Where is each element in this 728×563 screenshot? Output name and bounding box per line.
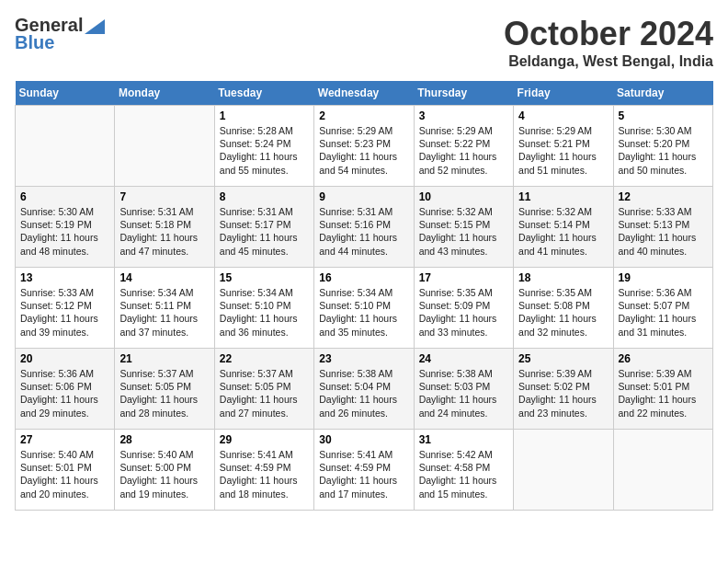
calendar-cell: 24Sunrise: 5:38 AMSunset: 5:03 PMDayligh… bbox=[414, 349, 513, 430]
day-info: Sunrise: 5:41 AMSunset: 4:59 PMDaylight:… bbox=[220, 448, 309, 500]
calendar-cell: 27Sunrise: 5:40 AMSunset: 5:01 PMDayligh… bbox=[16, 430, 115, 511]
day-info: Sunrise: 5:42 AMSunset: 4:58 PMDaylight:… bbox=[419, 448, 508, 500]
day-info: Sunrise: 5:29 AMSunset: 5:23 PMDaylight:… bbox=[319, 124, 408, 177]
calendar-cell: 1Sunrise: 5:28 AMSunset: 5:24 PMDaylight… bbox=[214, 106, 313, 187]
calendar-week-row: 27Sunrise: 5:40 AMSunset: 5:01 PMDayligh… bbox=[16, 430, 713, 511]
day-info: Sunrise: 5:30 AMSunset: 5:19 PMDaylight:… bbox=[20, 205, 109, 258]
day-info: Sunrise: 5:29 AMSunset: 5:21 PMDaylight:… bbox=[518, 124, 608, 177]
calendar-cell bbox=[115, 106, 214, 187]
day-number: 31 bbox=[419, 433, 508, 446]
calendar-week-row: 13Sunrise: 5:33 AMSunset: 5:12 PMDayligh… bbox=[16, 268, 713, 349]
day-number: 12 bbox=[619, 190, 708, 203]
calendar-cell: 12Sunrise: 5:33 AMSunset: 5:13 PMDayligh… bbox=[613, 187, 712, 268]
location: Beldanga, West Bengal, India bbox=[504, 53, 713, 70]
day-number: 4 bbox=[518, 109, 608, 122]
day-info: Sunrise: 5:40 AMSunset: 5:01 PMDaylight:… bbox=[20, 448, 109, 500]
day-info: Sunrise: 5:34 AMSunset: 5:10 PMDaylight:… bbox=[319, 286, 408, 339]
calendar-cell: 17Sunrise: 5:35 AMSunset: 5:09 PMDayligh… bbox=[414, 268, 513, 349]
day-info: Sunrise: 5:31 AMSunset: 5:16 PMDaylight:… bbox=[319, 205, 408, 258]
calendar-cell: 3Sunrise: 5:29 AMSunset: 5:22 PMDaylight… bbox=[414, 106, 513, 187]
calendar-cell: 14Sunrise: 5:34 AMSunset: 5:11 PMDayligh… bbox=[115, 268, 214, 349]
day-number: 5 bbox=[619, 109, 708, 122]
day-number: 19 bbox=[619, 271, 708, 284]
day-number: 20 bbox=[20, 352, 109, 365]
day-info: Sunrise: 5:34 AMSunset: 5:11 PMDaylight:… bbox=[119, 286, 209, 339]
calendar-cell: 15Sunrise: 5:34 AMSunset: 5:10 PMDayligh… bbox=[214, 268, 313, 349]
calendar-week-row: 6Sunrise: 5:30 AMSunset: 5:19 PMDaylight… bbox=[16, 187, 713, 268]
day-number: 26 bbox=[619, 352, 708, 365]
day-info: Sunrise: 5:33 AMSunset: 5:12 PMDaylight:… bbox=[20, 286, 109, 339]
day-number: 11 bbox=[518, 190, 608, 203]
day-number: 27 bbox=[20, 433, 109, 446]
day-of-week-header: Sunday bbox=[16, 81, 115, 106]
calendar-cell bbox=[514, 430, 613, 511]
day-info: Sunrise: 5:32 AMSunset: 5:14 PMDaylight:… bbox=[518, 205, 608, 258]
calendar-cell bbox=[613, 430, 712, 511]
calendar-cell: 29Sunrise: 5:41 AMSunset: 4:59 PMDayligh… bbox=[214, 430, 313, 511]
day-info: Sunrise: 5:36 AMSunset: 5:07 PMDaylight:… bbox=[619, 286, 708, 339]
day-number: 10 bbox=[419, 190, 508, 203]
day-number: 16 bbox=[319, 271, 408, 284]
day-number: 8 bbox=[220, 190, 309, 203]
day-number: 17 bbox=[419, 271, 508, 284]
day-info: Sunrise: 5:37 AMSunset: 5:05 PMDaylight:… bbox=[220, 367, 309, 419]
day-number: 23 bbox=[319, 352, 408, 365]
day-info: Sunrise: 5:38 AMSunset: 5:03 PMDaylight:… bbox=[419, 367, 508, 419]
day-number: 15 bbox=[220, 271, 309, 284]
calendar-table: SundayMondayTuesdayWednesdayThursdayFrid… bbox=[15, 81, 713, 511]
day-number: 14 bbox=[119, 271, 209, 284]
calendar-cell: 22Sunrise: 5:37 AMSunset: 5:05 PMDayligh… bbox=[214, 349, 313, 430]
calendar-cell: 8Sunrise: 5:31 AMSunset: 5:17 PMDaylight… bbox=[214, 187, 313, 268]
day-number: 3 bbox=[419, 109, 508, 122]
day-info: Sunrise: 5:35 AMSunset: 5:09 PMDaylight:… bbox=[419, 286, 508, 339]
day-of-week-header: Tuesday bbox=[214, 81, 313, 106]
day-number: 7 bbox=[119, 190, 209, 203]
day-info: Sunrise: 5:35 AMSunset: 5:08 PMDaylight:… bbox=[518, 286, 608, 339]
day-number: 28 bbox=[119, 433, 209, 446]
day-info: Sunrise: 5:29 AMSunset: 5:22 PMDaylight:… bbox=[419, 124, 508, 177]
logo: General Blue bbox=[15, 15, 105, 53]
page-header: General Blue October 2024 Beldanga, West… bbox=[15, 15, 713, 70]
day-info: Sunrise: 5:41 AMSunset: 4:59 PMDaylight:… bbox=[319, 448, 408, 500]
day-info: Sunrise: 5:34 AMSunset: 5:10 PMDaylight:… bbox=[220, 286, 309, 339]
day-number: 6 bbox=[20, 190, 109, 203]
calendar-cell: 25Sunrise: 5:39 AMSunset: 5:02 PMDayligh… bbox=[514, 349, 613, 430]
day-number: 25 bbox=[518, 352, 608, 365]
day-info: Sunrise: 5:39 AMSunset: 5:01 PMDaylight:… bbox=[619, 367, 708, 419]
day-info: Sunrise: 5:37 AMSunset: 5:05 PMDaylight:… bbox=[119, 367, 209, 419]
day-number: 18 bbox=[518, 271, 608, 284]
calendar-cell: 9Sunrise: 5:31 AMSunset: 5:16 PMDaylight… bbox=[314, 187, 414, 268]
calendar-cell bbox=[16, 106, 115, 187]
calendar-cell: 11Sunrise: 5:32 AMSunset: 5:14 PMDayligh… bbox=[514, 187, 613, 268]
calendar-cell: 21Sunrise: 5:37 AMSunset: 5:05 PMDayligh… bbox=[115, 349, 214, 430]
calendar-cell: 5Sunrise: 5:30 AMSunset: 5:20 PMDaylight… bbox=[613, 106, 712, 187]
logo-blue: Blue bbox=[15, 32, 54, 53]
calendar-cell: 13Sunrise: 5:33 AMSunset: 5:12 PMDayligh… bbox=[16, 268, 115, 349]
day-info: Sunrise: 5:38 AMSunset: 5:04 PMDaylight:… bbox=[319, 367, 408, 419]
calendar-cell: 10Sunrise: 5:32 AMSunset: 5:15 PMDayligh… bbox=[414, 187, 513, 268]
calendar-header: SundayMondayTuesdayWednesdayThursdayFrid… bbox=[16, 81, 713, 106]
month-title: October 2024 bbox=[504, 15, 713, 53]
day-of-week-header: Monday bbox=[115, 81, 214, 106]
day-number: 30 bbox=[319, 433, 408, 446]
day-info: Sunrise: 5:32 AMSunset: 5:15 PMDaylight:… bbox=[419, 205, 508, 258]
calendar-week-row: 20Sunrise: 5:36 AMSunset: 5:06 PMDayligh… bbox=[16, 349, 713, 430]
calendar-cell: 28Sunrise: 5:40 AMSunset: 5:00 PMDayligh… bbox=[115, 430, 214, 511]
day-number: 2 bbox=[319, 109, 408, 122]
calendar-cell: 6Sunrise: 5:30 AMSunset: 5:19 PMDaylight… bbox=[16, 187, 115, 268]
day-info: Sunrise: 5:30 AMSunset: 5:20 PMDaylight:… bbox=[619, 124, 708, 177]
calendar-cell: 30Sunrise: 5:41 AMSunset: 4:59 PMDayligh… bbox=[314, 430, 414, 511]
day-info: Sunrise: 5:36 AMSunset: 5:06 PMDaylight:… bbox=[20, 367, 109, 419]
day-of-week-header: Saturday bbox=[613, 81, 712, 106]
day-of-week-header: Wednesday bbox=[314, 81, 414, 106]
calendar-cell: 16Sunrise: 5:34 AMSunset: 5:10 PMDayligh… bbox=[314, 268, 414, 349]
day-info: Sunrise: 5:31 AMSunset: 5:18 PMDaylight:… bbox=[119, 205, 209, 258]
calendar-cell: 23Sunrise: 5:38 AMSunset: 5:04 PMDayligh… bbox=[314, 349, 414, 430]
calendar-week-row: 1Sunrise: 5:28 AMSunset: 5:24 PMDaylight… bbox=[16, 106, 713, 187]
calendar-cell: 4Sunrise: 5:29 AMSunset: 5:21 PMDaylight… bbox=[514, 106, 613, 187]
day-info: Sunrise: 5:31 AMSunset: 5:17 PMDaylight:… bbox=[220, 205, 309, 258]
day-of-week-header: Thursday bbox=[414, 81, 513, 106]
logo-arrow-icon bbox=[85, 19, 105, 34]
day-number: 13 bbox=[20, 271, 109, 284]
calendar-cell: 18Sunrise: 5:35 AMSunset: 5:08 PMDayligh… bbox=[514, 268, 613, 349]
